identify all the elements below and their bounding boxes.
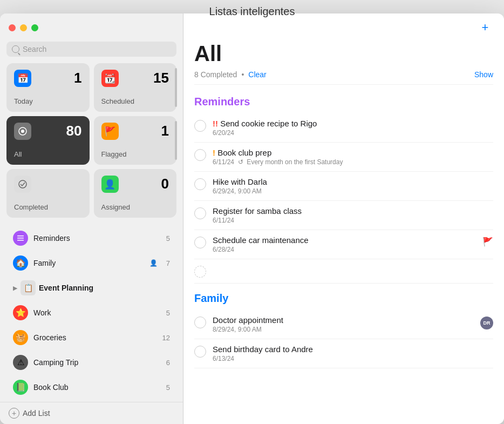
sidebar-item-work[interactable]: ⭐ Work 5 xyxy=(4,301,179,325)
reminder-title-r4: Register for samba class xyxy=(213,206,493,216)
main-content: + All 8 Completed • Clear Show Reminders… xyxy=(183,14,504,424)
today-count: 1 xyxy=(74,70,81,86)
scheduled-count: 15 xyxy=(153,70,169,86)
all-label: All xyxy=(14,150,82,158)
add-list-label: Add List xyxy=(23,409,50,418)
dot-separator: • xyxy=(241,70,244,79)
smart-card-flagged[interactable]: 🚩 1 Flagged xyxy=(94,116,177,165)
add-list-button[interactable]: + Add List xyxy=(0,402,183,424)
add-list-icon: + xyxy=(9,408,19,419)
svg-rect-5 xyxy=(17,240,24,241)
reminder-date-r1: 6/20/24 xyxy=(213,129,493,137)
smart-card-assigned[interactable]: 👤 0 Assigned xyxy=(94,169,177,218)
sidebar-item-groceries[interactable]: 🧺 Groceries 12 xyxy=(4,326,179,349)
flagged-label: Flagged xyxy=(101,150,169,158)
search-placeholder: Search xyxy=(23,45,46,53)
divider xyxy=(175,68,177,107)
reminder-checkbox-r1[interactable] xyxy=(194,120,206,132)
smart-card-all[interactable]: 80 All xyxy=(6,116,90,165)
svg-point-1 xyxy=(21,130,24,133)
sidebar-item-family[interactable]: 🏠 Family 👤 7 xyxy=(4,251,179,275)
group-name: Event Planning xyxy=(39,284,170,292)
maximize-button[interactable] xyxy=(31,24,38,31)
svg-rect-3 xyxy=(17,235,24,237)
smart-card-today[interactable]: 📅 1 Today xyxy=(6,63,90,112)
reminder-item-r2: ! Book club prep 6/11/24 ↺ Every month o… xyxy=(194,143,493,172)
reminder-checkbox-r6[interactable] xyxy=(194,266,206,278)
reminder-body-r3: Hike with Darla 6/29/24, 9:00 AM xyxy=(213,177,493,195)
minimize-button[interactable] xyxy=(20,24,27,31)
reminder-checkbox-f1[interactable] xyxy=(194,317,206,328)
reminders-icon xyxy=(13,231,28,246)
groceries-label: Groceries xyxy=(33,333,157,342)
reminder-body-r5: Schedule car maintenance 6/28/24 xyxy=(213,235,476,253)
completed-count-text: 8 Completed xyxy=(194,70,237,79)
sidebar-item-bookclub[interactable]: 📗 Book Club 5 xyxy=(4,375,179,399)
smart-lists-grid: 📅 1 Today 📆 15 Scheduled xyxy=(0,63,183,224)
all-icon xyxy=(14,123,31,140)
reminder-item-f2: Send birthday card to Andre 6/13/24 xyxy=(194,339,493,368)
reminder-item-r3: Hike with Darla 6/29/24, 9:00 AM xyxy=(194,172,493,201)
today-label: Today xyxy=(14,97,82,105)
reminder-item-f1: Doctor appointment 8/29/24, 9:00 AM DR xyxy=(194,310,493,339)
priority-medium-r2: ! xyxy=(213,148,217,157)
family-count: 7 xyxy=(166,259,170,267)
assigned-label: Assigned xyxy=(101,203,169,211)
show-button[interactable]: Show xyxy=(474,70,493,79)
reminder-body-r4: Register for samba class 6/11/24 xyxy=(213,206,493,224)
work-count: 5 xyxy=(166,309,170,317)
avatar-f1: DR xyxy=(480,317,493,329)
group-chevron-icon: ▶ xyxy=(13,285,17,292)
search-bar[interactable]: Search xyxy=(6,42,176,57)
bookclub-label: Book Club xyxy=(33,383,161,392)
sidebar: Search 📅 1 Today 📆 15 Scheduled xyxy=(0,14,183,424)
group-event-planning[interactable]: ▶ 📋 Event Planning xyxy=(4,276,179,300)
reminder-body-r1: !! Send cookie recipe to Rigo 6/20/24 xyxy=(213,119,493,137)
reminder-body-r2: ! Book club prep 6/11/24 ↺ Every month o… xyxy=(213,148,493,166)
family-shared-icon: 👤 xyxy=(149,259,158,267)
search-icon xyxy=(12,45,19,53)
completed-icon xyxy=(14,176,31,193)
bookclub-count: 5 xyxy=(166,383,170,392)
completed-label: Completed xyxy=(14,203,82,211)
reminder-item-r5: Schedule car maintenance 6/28/24 🚩 xyxy=(194,230,493,259)
sidebar-item-camping[interactable]: ⚠ Camping Trip 6 xyxy=(4,351,179,374)
svg-point-2 xyxy=(19,180,26,188)
add-reminder-button[interactable]: + xyxy=(477,19,493,36)
family-label: Family xyxy=(33,259,144,267)
group-folder-icon: 📋 xyxy=(21,280,36,295)
reminder-checkbox-r5[interactable] xyxy=(194,237,206,248)
assigned-count: 0 xyxy=(161,176,169,192)
reminder-checkbox-r4[interactable] xyxy=(194,207,206,219)
divider2 xyxy=(175,121,177,160)
reminder-title-r3: Hike with Darla xyxy=(213,177,493,186)
main-toolbar: + xyxy=(183,14,504,42)
svg-rect-4 xyxy=(17,238,24,239)
work-label: Work xyxy=(33,308,161,317)
smart-card-scheduled[interactable]: 📆 15 Scheduled xyxy=(94,63,177,112)
reminder-item-r1: !! Send cookie recipe to Rigo 6/20/24 xyxy=(194,113,493,143)
reminder-date-r5: 6/28/24 xyxy=(213,246,476,253)
reminder-checkbox-f2[interactable] xyxy=(194,346,206,358)
reminder-date-r2: 6/11/24 ↺ Every month on the first Satur… xyxy=(213,158,493,166)
completed-bar: 8 Completed • Clear Show xyxy=(194,70,493,85)
groceries-icon: 🧺 xyxy=(13,330,28,345)
app-window: Search 📅 1 Today 📆 15 Scheduled xyxy=(0,14,504,424)
reminders-count: 5 xyxy=(166,234,170,243)
reminder-checkbox-r3[interactable] xyxy=(194,178,206,190)
reminder-body-f1: Doctor appointment 8/29/24, 9:00 AM xyxy=(213,315,474,333)
reminder-body-f2: Send birthday card to Andre 6/13/24 xyxy=(213,345,493,362)
reminder-title-f2: Send birthday card to Andre xyxy=(213,345,493,354)
sidebar-item-reminders[interactable]: Reminders 5 xyxy=(4,226,179,250)
close-button[interactable] xyxy=(9,24,16,31)
flag-icon-r5: 🚩 xyxy=(482,237,493,247)
main-list-area: All 8 Completed • Clear Show Reminders !… xyxy=(183,42,504,424)
smart-card-completed[interactable]: Completed xyxy=(6,169,90,218)
reminder-date-r4: 6/11/24 xyxy=(213,217,493,224)
reminder-title-r1: !! Send cookie recipe to Rigo xyxy=(213,119,493,128)
clear-button[interactable]: Clear xyxy=(248,70,266,79)
scheduled-label: Scheduled xyxy=(101,97,169,105)
all-count: 80 xyxy=(66,123,82,139)
reminder-checkbox-r2[interactable] xyxy=(194,149,206,161)
reminders-label: Reminders xyxy=(33,234,161,243)
